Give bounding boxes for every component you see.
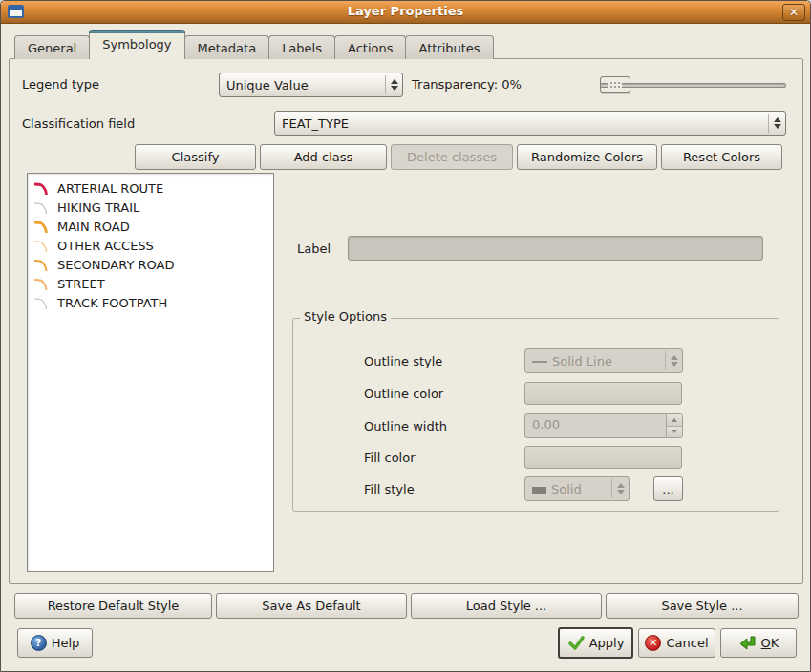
tab-labels[interactable]: Labels — [268, 35, 335, 59]
ok-return-arrow-icon — [738, 635, 758, 652]
cancel-icon: ✕ — [645, 635, 661, 651]
save-as-default-button[interactable]: Save As Default — [216, 593, 407, 619]
titlebar[interactable]: Layer Properties ✕ — [1, 1, 810, 24]
ok-button[interactable]: OK — [720, 628, 797, 658]
tab-general[interactable]: General — [14, 35, 90, 59]
window-title: Layer Properties — [1, 4, 810, 18]
apply-check-icon — [567, 635, 586, 651]
help-button[interactable]: ? Help — [17, 628, 93, 658]
tab-actions[interactable]: Actions — [334, 35, 407, 59]
symbology-panel — [9, 58, 803, 584]
tab-symbology[interactable]: Symbology — [89, 30, 184, 59]
save-style-button[interactable]: Save Style ... — [606, 593, 799, 619]
close-icon[interactable]: ✕ — [782, 4, 805, 21]
tab-attributes[interactable]: Attributes — [405, 35, 493, 59]
load-style-button[interactable]: Load Style ... — [411, 593, 602, 619]
restore-default-style-button[interactable]: Restore Default Style — [14, 593, 212, 619]
apply-button[interactable]: Apply — [558, 627, 633, 659]
layer-properties-dialog: Layer Properties ✕ General Symbology Met… — [0, 0, 811, 672]
tab-bar: General Symbology Metadata Labels Action… — [14, 31, 493, 59]
help-icon: ? — [31, 635, 47, 651]
cancel-button[interactable]: ✕ Cancel — [638, 628, 715, 658]
tab-metadata[interactable]: Metadata — [184, 35, 270, 59]
